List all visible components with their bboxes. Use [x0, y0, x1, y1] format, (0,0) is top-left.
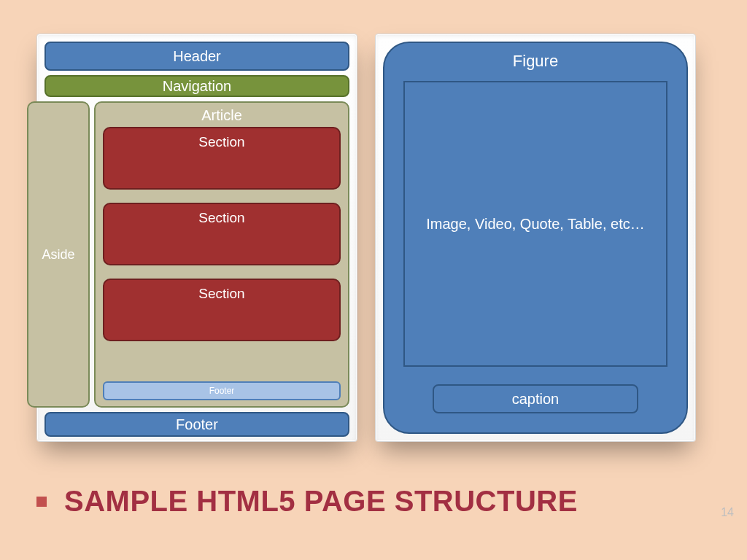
slide-title: SAMPLE HTML5 PAGE STRUCTURE	[64, 485, 578, 518]
section-box: Section	[103, 127, 341, 190]
article-label: Article	[103, 107, 341, 124]
article-box: Article Section Section Section Footer	[94, 101, 349, 408]
figure-label: Figure	[513, 52, 558, 71]
figure-frame: Figure Image, Video, Quote, Table, etc… …	[375, 34, 696, 442]
section-box: Section	[103, 203, 341, 265]
figure-media-box: Image, Video, Quote, Table, etc…	[403, 81, 667, 367]
page-footer-box: Footer	[44, 412, 349, 437]
article-footer-box: Footer	[103, 381, 341, 400]
figure-caption-box: caption	[433, 384, 638, 413]
section-box: Section	[103, 279, 341, 341]
page-structure-frame: Header Navigation Aside Article Section …	[36, 34, 357, 442]
header-box: Header	[44, 42, 349, 71]
page-number: 14	[721, 506, 734, 519]
slide-title-row: SAMPLE HTML5 PAGE STRUCTURE	[36, 485, 711, 518]
navigation-box: Navigation	[44, 75, 349, 97]
figure-box: Figure Image, Video, Quote, Table, etc… …	[383, 42, 688, 434]
bullet-icon	[36, 497, 47, 507]
aside-box: Aside	[27, 101, 90, 408]
